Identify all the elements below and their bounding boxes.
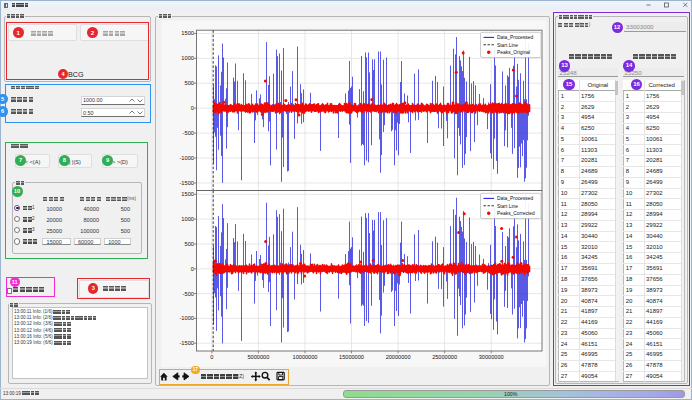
svg-text:500: 500 xyxy=(185,80,195,86)
svg-text:Peaks_Corrected: Peaks_Corrected xyxy=(497,211,535,216)
svg-text:-1000: -1000 xyxy=(179,155,194,161)
svg-text:1000: 1000 xyxy=(181,55,194,61)
svg-text:25000000: 25000000 xyxy=(432,354,457,360)
svg-text:-1000: -1000 xyxy=(179,315,194,321)
svg-text:-500: -500 xyxy=(183,130,194,136)
svg-text:-1500: -1500 xyxy=(179,180,194,186)
svg-text:10000000: 10000000 xyxy=(293,354,318,360)
svg-text:30000000: 30000000 xyxy=(479,354,504,360)
svg-text:Data_Processed: Data_Processed xyxy=(497,196,533,201)
svg-text:Start Line: Start Line xyxy=(497,204,518,209)
svg-text:1000: 1000 xyxy=(181,216,194,222)
svg-text:500: 500 xyxy=(185,241,195,247)
svg-text:1500: 1500 xyxy=(181,30,194,36)
svg-text:Start Line: Start Line xyxy=(497,43,518,48)
svg-text:-500: -500 xyxy=(183,291,194,297)
svg-text:0: 0 xyxy=(191,105,194,111)
svg-text:1500: 1500 xyxy=(181,191,194,197)
svg-text:-1500: -1500 xyxy=(179,340,194,346)
svg-text:Data_Processed: Data_Processed xyxy=(497,35,533,40)
svg-text:20000000: 20000000 xyxy=(386,354,411,360)
svg-text:0: 0 xyxy=(191,266,194,272)
svg-text:15000000: 15000000 xyxy=(339,354,364,360)
svg-text:0: 0 xyxy=(210,354,213,360)
svg-text:Peaks_Original: Peaks_Original xyxy=(497,50,530,55)
svg-text:5000000: 5000000 xyxy=(248,354,270,360)
